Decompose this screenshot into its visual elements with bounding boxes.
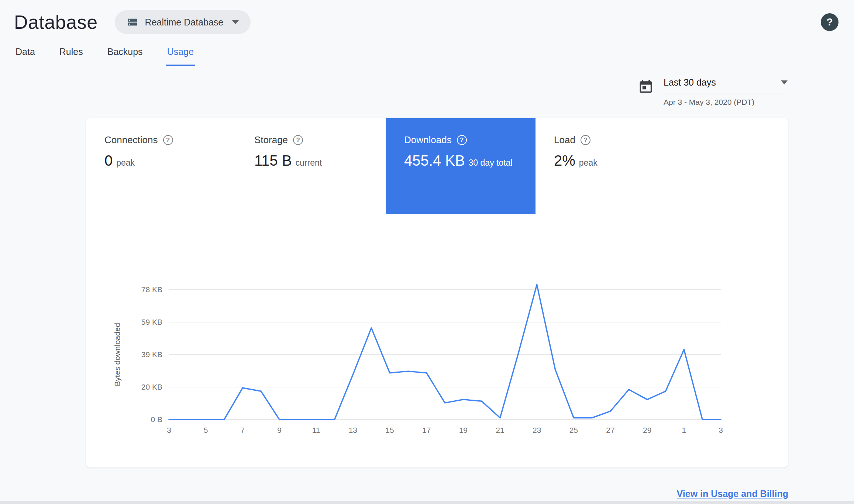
svg-text:27: 27 — [606, 426, 614, 434]
help-circle-icon[interactable]: ? — [163, 135, 173, 145]
metric-value: 2% — [554, 152, 575, 169]
metric-unit: peak — [579, 158, 598, 168]
svg-text:25: 25 — [569, 426, 578, 434]
date-range-selected: Last 30 days — [664, 77, 788, 93]
svg-text:11: 11 — [312, 426, 320, 434]
svg-text:21: 21 — [496, 426, 504, 434]
date-range-detail: Apr 3 - May 3, 2020 (PDT) — [664, 98, 788, 107]
help-circle-icon[interactable]: ? — [457, 135, 467, 145]
tab-backups[interactable]: Backups — [106, 41, 144, 66]
date-range-main: Last 30 days Apr 3 - May 3, 2020 (PDT) — [664, 77, 788, 107]
metric-tile-connections[interactable]: Connections ? 0peak — [86, 118, 236, 214]
calendar-icon — [638, 79, 654, 95]
view-usage-billing-link[interactable]: View in Usage and Billing — [677, 489, 788, 499]
svg-text:39 KB: 39 KB — [141, 350, 162, 359]
svg-text:17: 17 — [422, 426, 431, 434]
svg-text:19: 19 — [459, 426, 468, 434]
page-header: Database Realtime Database ? — [0, 0, 854, 36]
help-circle-icon[interactable]: ? — [581, 135, 590, 145]
svg-text:59 KB: 59 KB — [141, 318, 162, 326]
svg-text:23: 23 — [533, 426, 541, 434]
date-range-row: Last 30 days Apr 3 - May 3, 2020 (PDT) — [0, 77, 854, 107]
svg-text:3: 3 — [719, 426, 723, 434]
svg-text:0 B: 0 B — [151, 415, 162, 424]
footer: View in Usage and Billing — [86, 489, 788, 499]
tab-data[interactable]: Data — [14, 41, 37, 66]
database-selector-dropdown[interactable]: Realtime Database — [115, 10, 251, 34]
downloads-chart: 0 B20 KB39 KB59 KB78 KB35791113151719212… — [86, 275, 788, 450]
database-selector-label: Realtime Database — [145, 17, 224, 28]
metric-label: Load — [554, 134, 575, 146]
svg-text:Bytes downloaded: Bytes downloaded — [113, 323, 121, 386]
svg-text:3: 3 — [167, 426, 171, 434]
usage-card: Connections ? 0peak Storage ? 115 Bcurre… — [86, 118, 788, 468]
svg-text:7: 7 — [240, 426, 245, 434]
tab-rules[interactable]: Rules — [58, 41, 85, 66]
svg-text:78 KB: 78 KB — [141, 285, 162, 294]
metric-label: Downloads — [404, 134, 452, 146]
line-chart: 0 B20 KB39 KB59 KB78 KB35791113151719212… — [86, 275, 788, 448]
metric-label: Connections — [104, 134, 158, 146]
help-circle-icon[interactable]: ? — [293, 135, 303, 145]
svg-text:20 KB: 20 KB — [141, 383, 162, 391]
svg-text:13: 13 — [349, 426, 357, 434]
metric-value: 0 — [104, 152, 113, 169]
tab-usage[interactable]: Usage — [166, 41, 195, 66]
date-range-label: Last 30 days — [664, 77, 716, 88]
chevron-down-icon — [781, 80, 788, 84]
metric-value: 455.4 KB — [404, 152, 465, 169]
metric-unit: 30 day total — [469, 158, 513, 168]
tab-bar: Data Rules Backups Usage — [0, 41, 854, 66]
metric-value: 115 B — [254, 152, 292, 169]
metric-unit: peak — [116, 158, 135, 168]
svg-text:29: 29 — [643, 426, 651, 434]
question-mark-icon: ? — [826, 16, 833, 28]
help-button[interactable]: ? — [821, 13, 838, 31]
svg-text:9: 9 — [277, 426, 282, 434]
date-range-dropdown[interactable]: Last 30 days Apr 3 - May 3, 2020 (PDT) — [638, 77, 788, 107]
chevron-down-icon — [232, 20, 239, 24]
svg-text:5: 5 — [204, 426, 208, 434]
svg-text:15: 15 — [385, 426, 394, 434]
metric-unit: current — [296, 158, 322, 168]
metric-tile-downloads[interactable]: Downloads ? 455.4 KB30 day total — [386, 118, 536, 214]
bottom-divider — [0, 501, 854, 504]
page-title: Database — [14, 11, 98, 33]
metric-tile-load[interactable]: Load ? 2%peak — [536, 118, 685, 214]
metric-tile-storage[interactable]: Storage ? 115 Bcurrent — [236, 118, 386, 214]
database-icon — [127, 16, 138, 28]
metric-label: Storage — [254, 134, 288, 146]
svg-text:1: 1 — [682, 426, 686, 434]
metric-tiles: Connections ? 0peak Storage ? 115 Bcurre… — [86, 118, 788, 214]
